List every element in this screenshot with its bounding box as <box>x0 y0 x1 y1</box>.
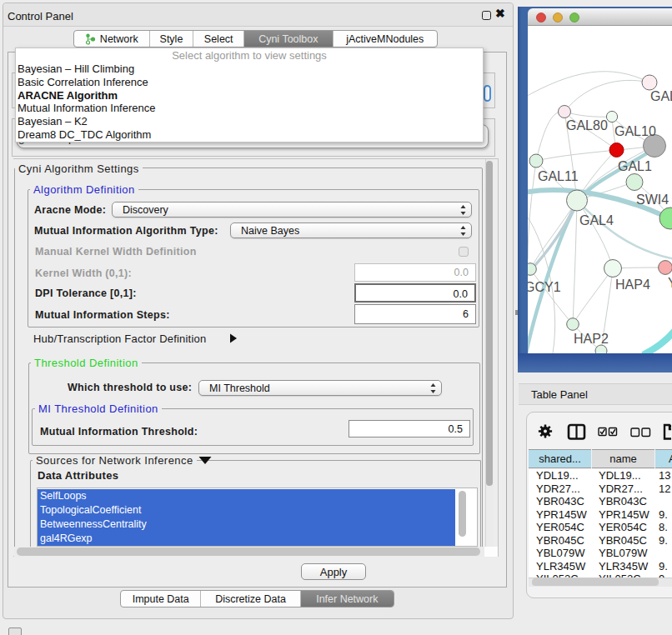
svg-text:GAL11: GAL11 <box>538 169 579 183</box>
svg-text:GAL4: GAL4 <box>579 213 614 228</box>
svg-text:GAL7: GAL7 <box>650 89 672 103</box>
svg-text:GCY1: GCY1 <box>528 280 561 294</box>
svg-text:HAP2: HAP2 <box>574 332 609 346</box>
svg-text:HAP4: HAP4 <box>615 278 650 292</box>
svg-text:GAL10: GAL10 <box>614 124 656 138</box>
svg-text:Y: Y <box>668 276 672 290</box>
svg-text:GAL1: GAL1 <box>618 159 652 173</box>
svg-text:SWI4: SWI4 <box>636 192 669 207</box>
svg-text:GAL80: GAL80 <box>566 118 608 132</box>
